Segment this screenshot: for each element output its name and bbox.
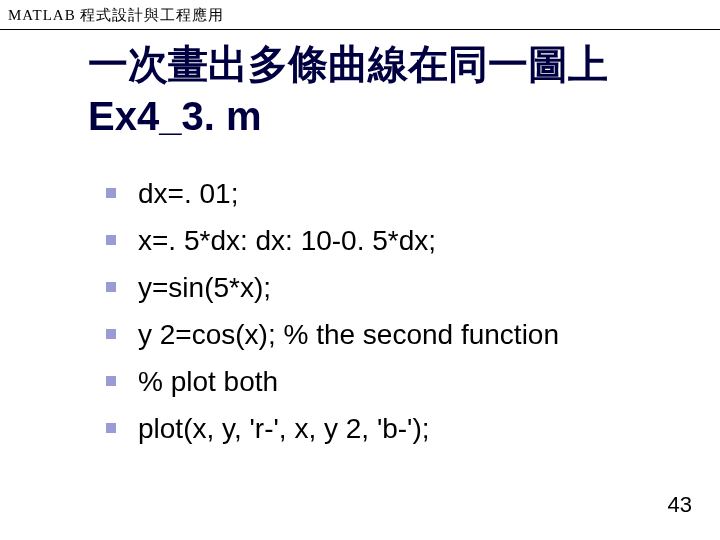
list-item: % plot both bbox=[102, 358, 720, 405]
slide-content: 一次畫出多條曲線在同一圖上 Ex4_3. m dx=. 01; x=. 5*dx… bbox=[0, 30, 720, 452]
list-item: x=. 5*dx: dx: 10-0. 5*dx; bbox=[102, 217, 720, 264]
list-item: plot(x, y, 'r-', x, y 2, 'b-'); bbox=[102, 405, 720, 452]
slide-title: 一次畫出多條曲線在同一圖上 Ex4_3. m bbox=[88, 38, 720, 142]
title-line-1: 一次畫出多條曲線在同一圖上 bbox=[88, 42, 608, 86]
list-item: dx=. 01; bbox=[102, 170, 720, 217]
page-number: 43 bbox=[668, 492, 692, 518]
list-item: y 2=cos(x); % the second function bbox=[102, 311, 720, 358]
course-header: MATLAB 程式設計與工程應用 bbox=[0, 0, 720, 30]
title-line-2: Ex4_3. m bbox=[88, 94, 261, 138]
list-item: y=sin(5*x); bbox=[102, 264, 720, 311]
code-list: dx=. 01; x=. 5*dx: dx: 10-0. 5*dx; y=sin… bbox=[102, 170, 720, 452]
